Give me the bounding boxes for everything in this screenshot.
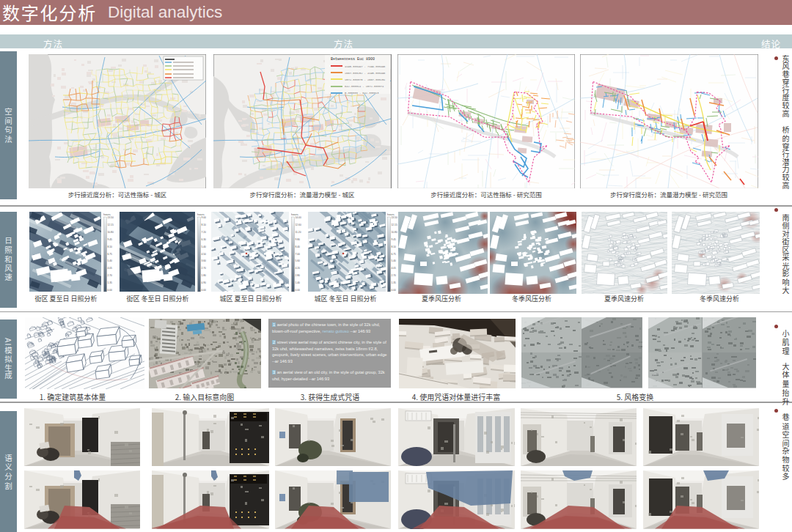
svg-text:8.40: 8.40: [296, 245, 301, 248]
svg-text:3.60: 3.60: [202, 259, 207, 262]
svg-text:hours: hours: [291, 212, 298, 215]
svg-text:1.35: 1.35: [392, 281, 397, 284]
svg-text:6.75: 6.75: [108, 252, 113, 255]
svg-text:Betweenness Euc 8900: Betweenness Euc 8900: [331, 57, 375, 62]
svg-text:hours: hours: [387, 212, 395, 215]
svg-text:4.20: 4.20: [296, 267, 301, 270]
svg-text:8.10: 8.10: [392, 245, 397, 248]
svg-text:2.70: 2.70: [202, 267, 207, 270]
svg-text:13.50: 13.50: [392, 216, 397, 219]
svg-text:6.30: 6.30: [202, 237, 207, 240]
svg-text:4.50: 4.50: [202, 252, 207, 255]
svg-text:4.05: 4.05: [108, 267, 113, 270]
svg-text:12.15: 12.15: [392, 223, 397, 226]
svg-text:5.40: 5.40: [392, 259, 397, 262]
svg-text:10.80: 10.80: [108, 230, 114, 233]
svg-text:0.90: 0.90: [202, 281, 207, 284]
svg-text:12.15: 12.15: [108, 223, 114, 226]
svg-text:0.00: 0.00: [392, 289, 397, 292]
svg-text:5.60: 5.60: [296, 259, 301, 262]
svg-text:8.10: 8.10: [108, 245, 113, 248]
svg-text:9.00: 9.00: [202, 216, 207, 219]
svg-text:13.50: 13.50: [108, 216, 114, 219]
svg-text:2.70: 2.70: [108, 274, 113, 277]
svg-text:9.80: 9.80: [296, 237, 301, 240]
svg-text:2.80: 2.80: [296, 274, 301, 277]
svg-text:7.20: 7.20: [202, 230, 207, 233]
svg-text:8.10: 8.10: [202, 223, 207, 226]
svg-text:642.333314 - 1572.333374: 642.333314 - 1572.333374: [345, 85, 384, 88]
svg-text:5.40: 5.40: [202, 245, 207, 248]
svg-text:1.40: 1.40: [296, 281, 301, 284]
svg-text:0.00: 0.00: [296, 289, 301, 292]
svg-text:0.00: 0.00: [108, 289, 113, 292]
svg-text:4195.333497 - 7199.333496: 4195.333497 - 7199.333496: [345, 64, 385, 67]
svg-text:0.333333 - 642.333313: 0.333333 - 642.333313: [345, 92, 378, 95]
svg-text:1.35: 1.35: [108, 281, 113, 284]
svg-text:7.00: 7.00: [296, 252, 301, 255]
svg-text:5.40: 5.40: [108, 259, 113, 262]
svg-text:9.45: 9.45: [392, 237, 397, 240]
svg-text:2.70: 2.70: [392, 274, 397, 277]
svg-text:4.05: 4.05: [392, 267, 397, 270]
svg-text:9.45: 9.45: [108, 237, 113, 240]
svg-text:2667.333252 - 4195.333496: 2667.333252 - 4195.333496: [345, 71, 385, 74]
svg-text:1.80: 1.80: [202, 274, 207, 277]
svg-text:0.00: 0.00: [202, 289, 207, 292]
svg-text:14.00: 14.00: [296, 216, 301, 219]
svg-text:1572.333375 - 2667.333251: 1572.333375 - 2667.333251: [345, 78, 386, 81]
svg-text:6.75: 6.75: [392, 252, 397, 255]
svg-text:12.60: 12.60: [296, 223, 301, 226]
svg-text:11.20: 11.20: [296, 230, 301, 233]
svg-text:10.80: 10.80: [392, 230, 397, 233]
svg-text:hours: hours: [197, 212, 205, 215]
svg-text:hours: hours: [103, 212, 111, 215]
